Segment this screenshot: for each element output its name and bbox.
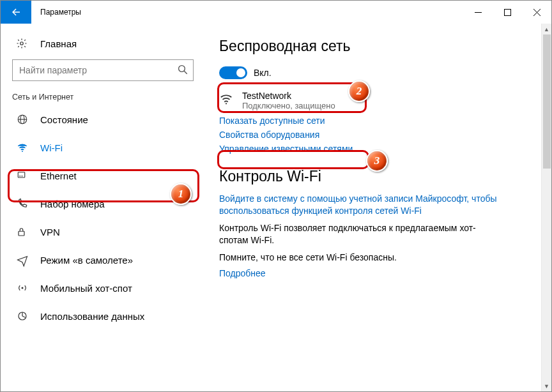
wifi-icon [219, 91, 236, 106]
phone-icon [16, 198, 29, 209]
link-learn-more[interactable]: Подробнее [219, 268, 545, 278]
scroll-down-button[interactable]: ▼ [542, 381, 551, 391]
wifi-icon [16, 142, 29, 153]
svg-rect-1 [504, 9, 510, 15]
wifi-toggle[interactable] [219, 66, 247, 79]
sidebar-item-ethernet[interactable]: Ethernet [1, 162, 205, 190]
close-button[interactable] [522, 1, 551, 24]
svg-point-16 [22, 287, 24, 289]
ethernet-icon [16, 170, 29, 181]
svg-point-4 [20, 42, 24, 45]
sidebar-item-status[interactable]: Состояние [1, 105, 205, 133]
arrow-left-icon [10, 6, 22, 18]
link-signin-microsoft[interactable]: Войдите в систему с помощью учетной запи… [219, 193, 500, 217]
sidebar-item-datausage[interactable]: Использование данных [1, 302, 205, 330]
sidebar-item-airplane[interactable]: Режим «в самолете» [1, 246, 205, 274]
sidebar-item-hotspot[interactable]: Мобильный хот-спот [1, 274, 205, 302]
sidebar-item-vpn[interactable]: VPN [1, 218, 205, 246]
heading-wifi-control: Контроль Wi-Fi [219, 168, 545, 185]
svg-rect-11 [18, 172, 25, 177]
maximize-icon [504, 9, 511, 16]
sidebar-item-label: Состояние [40, 114, 88, 125]
sidebar-home-label: Главная [40, 38, 77, 49]
sidebar-item-wifi[interactable]: Wi-Fi [1, 133, 205, 162]
hotspot-icon [16, 282, 29, 294]
sidebar-item-label: Ethernet [40, 170, 77, 181]
close-icon [533, 9, 540, 16]
sidebar-item-label: Использование данных [40, 311, 144, 322]
link-manage-networks[interactable]: Управление известными сетями [219, 144, 545, 154]
window-controls [463, 1, 551, 24]
sidebar-item-label: Wi-Fi [40, 142, 63, 153]
gear-icon [16, 38, 29, 49]
vertical-scrollbar[interactable]: ▲ ▼ [541, 24, 551, 391]
scroll-up-button[interactable]: ▲ [542, 24, 551, 34]
sidebar-item-dialup[interactable]: Набор номера [1, 190, 205, 218]
sidebar-item-label: Набор номера [40, 199, 105, 209]
window-title: Параметры [40, 8, 81, 17]
sidebar-section-label: Сеть и Интернет [1, 90, 205, 105]
back-button[interactable] [1, 1, 31, 24]
sidebar-item-label: VPN [40, 227, 60, 237]
sidebar: Главная Сеть и Интернет Состояние Wi-Fi … [1, 24, 205, 391]
sidebar-item-label: Режим «в самолете» [40, 255, 133, 266]
svg-line-6 [184, 71, 187, 74]
sidebar-item-label: Мобильный хот-спот [40, 283, 132, 294]
connected-network[interactable]: TestNetwork Подключено, защищено [219, 91, 545, 110]
main-panel: Беспроводная сеть Вкл. TestNetwork Подкл… [205, 24, 551, 391]
network-status: Подключено, защищено [242, 101, 335, 110]
airplane-icon [16, 254, 29, 266]
titlebar: Параметры [1, 1, 551, 24]
svg-point-18 [226, 103, 227, 104]
search-input[interactable] [12, 59, 194, 81]
svg-point-10 [22, 151, 23, 152]
globe-icon [16, 114, 29, 125]
svg-rect-15 [19, 231, 24, 236]
wifi-toggle-row: Вкл. [219, 64, 545, 82]
link-show-networks[interactable]: Показать доступные сети [219, 116, 545, 126]
body-text-2: Помните, что не все сети Wi-Fi безопасны… [219, 252, 500, 264]
maximize-button[interactable] [493, 1, 522, 24]
wifi-toggle-label: Вкл. [254, 68, 272, 78]
link-hardware-properties[interactable]: Свойства оборудования [219, 130, 545, 140]
heading-wireless: Беспроводная сеть [219, 38, 545, 55]
scroll-thumb[interactable] [543, 34, 551, 169]
search-icon [177, 64, 188, 75]
svg-point-5 [179, 66, 185, 72]
data-usage-icon [16, 310, 29, 322]
minimize-icon [475, 9, 482, 16]
sidebar-home[interactable]: Главная [1, 33, 205, 54]
body-text-1: Контроль Wi-Fi позволяет подключаться к … [219, 222, 500, 246]
vpn-icon [16, 226, 29, 237]
minimize-button[interactable] [463, 1, 493, 24]
network-name: TestNetwork [242, 91, 335, 101]
